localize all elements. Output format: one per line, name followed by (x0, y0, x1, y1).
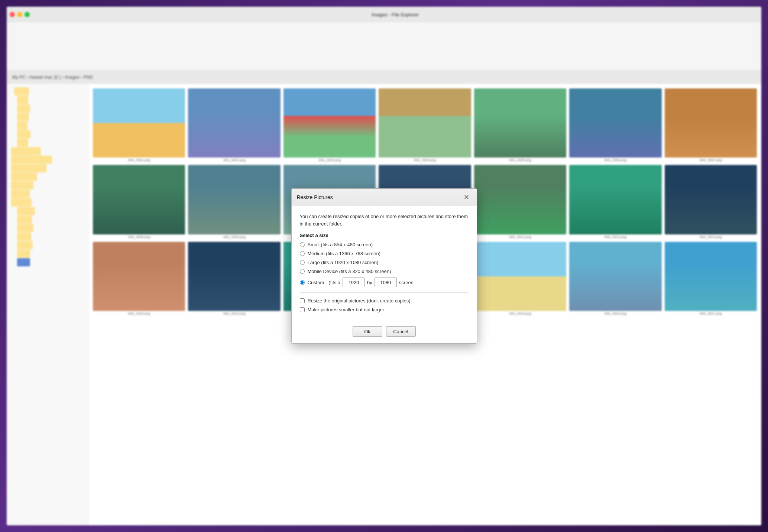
radio-small[interactable] (300, 242, 305, 247)
dialog-body: You can create resized copies of one or … (292, 206, 477, 322)
option-small-label: Small (fits a 854 x 480 screen) (308, 242, 373, 247)
separator (300, 292, 469, 293)
option-medium-label: Medium (fits a 1366 x 768 screen) (308, 251, 381, 256)
select-size-label: Select a size (300, 233, 469, 238)
custom-width-input[interactable] (343, 278, 365, 287)
option-mobile-label: Mobile Device (fits a 320 x 480 screen) (308, 269, 391, 274)
radio-mobile[interactable] (300, 269, 305, 274)
option-small[interactable]: Small (fits a 854 x 480 screen) (300, 242, 469, 247)
option-medium[interactable]: Medium (fits a 1366 x 768 screen) (300, 251, 469, 256)
dialog-footer: Ok Cancel (292, 322, 477, 343)
option-large[interactable]: Large (fits a 1920 x 1080 screen) (300, 260, 469, 265)
by-label: by (367, 280, 372, 285)
option-custom-label[interactable]: Custom (300, 280, 324, 285)
checkbox-resize-original-input[interactable] (300, 298, 305, 303)
dialog-close-button[interactable]: ✕ (462, 192, 472, 202)
radio-medium[interactable] (300, 251, 305, 256)
radio-custom[interactable] (300, 280, 305, 285)
dialog-overlay: Resize Pictures ✕ You can create resized… (0, 0, 768, 532)
checkbox-resize-original[interactable]: Resize the original pictures (don't crea… (300, 298, 469, 304)
dialog-titlebar: Resize Pictures ✕ (292, 189, 477, 206)
dialog-title: Resize Pictures (297, 194, 333, 200)
resize-pictures-dialog: Resize Pictures ✕ You can create resized… (291, 188, 477, 344)
cancel-button[interactable]: Cancel (386, 326, 416, 337)
radio-large[interactable] (300, 260, 305, 265)
option-large-label: Large (fits a 1920 x 1080 screen) (308, 260, 379, 265)
checkbox-smaller-only[interactable]: Make pictures smaller but not larger (300, 307, 469, 312)
option-custom-row: Custom (fits a by screen (300, 278, 469, 287)
checkbox-resize-original-label: Resize the original pictures (don't crea… (308, 298, 411, 304)
ok-button[interactable]: Ok (353, 326, 382, 337)
custom-height-input[interactable] (375, 278, 397, 287)
fits-a-label: (fits a (328, 280, 340, 285)
screen-label: screen (399, 280, 414, 285)
checkbox-smaller-only-input[interactable] (300, 307, 305, 312)
checkbox-smaller-only-label: Make pictures smaller but not larger (308, 307, 385, 312)
custom-radio-label: Custom (308, 280, 324, 285)
option-mobile[interactable]: Mobile Device (fits a 320 x 480 screen) (300, 269, 469, 274)
dialog-description: You can create resized copies of one or … (300, 213, 469, 227)
